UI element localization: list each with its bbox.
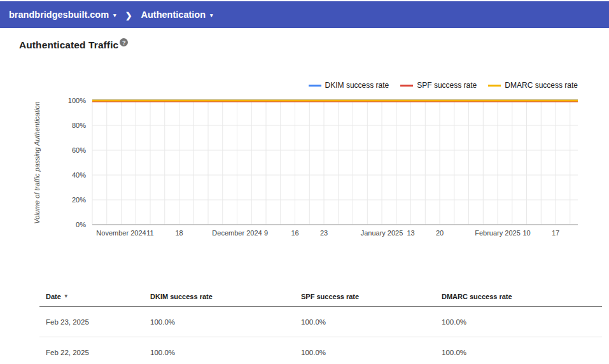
legend-label: SPF success rate xyxy=(417,81,477,90)
column-header-label: DKIM success rate xyxy=(150,293,213,300)
table-cell: 100.0% xyxy=(144,349,295,356)
sort-descending-icon: ▼ xyxy=(64,293,69,299)
column-header-dkim-success-rate[interactable]: DKIM success rate xyxy=(144,293,295,300)
svg-text:23: 23 xyxy=(320,229,328,237)
postmaster-page: brandbridgesbuilt.com ▾ ❯ Authentication… xyxy=(0,0,609,364)
column-header-date[interactable]: Date▼ xyxy=(39,293,144,300)
column-header-label: SPF success rate xyxy=(301,293,359,300)
table-cell: Feb 23, 2025 xyxy=(39,318,144,326)
svg-text:18: 18 xyxy=(175,229,183,237)
table-cell: 100.0% xyxy=(295,318,435,326)
table-body: Feb 23, 2025100.0%100.0%100.0%Feb 22, 20… xyxy=(39,307,602,364)
authentication-table: Date▼DKIM success rateSPF success rateDM… xyxy=(39,286,602,364)
svg-text:80%: 80% xyxy=(72,122,86,129)
title-row: Authenticated Traffic ? xyxy=(19,39,128,51)
column-header-dmarc-success-rate[interactable]: DMARC success rate xyxy=(435,293,602,300)
domain-selector-dropdown[interactable]: brandbridgesbuilt.com ▾ xyxy=(9,10,116,20)
legend-item: DMARC success rate xyxy=(488,81,578,90)
svg-text:11: 11 xyxy=(146,229,153,237)
svg-text:20%: 20% xyxy=(72,196,86,204)
table-row: Feb 23, 2025100.0%100.0%100.0% xyxy=(39,307,602,337)
column-header-label: Date xyxy=(46,293,61,300)
top-navbar: brandbridgesbuilt.com ▾ ❯ Authentication… xyxy=(0,1,609,28)
svg-text:20: 20 xyxy=(436,229,444,237)
section-selector-dropdown[interactable]: Authentication ▾ xyxy=(141,10,213,20)
page-title: Authenticated Traffic xyxy=(19,39,118,51)
chevron-right-icon: ❯ xyxy=(125,11,132,20)
table-cell: 100.0% xyxy=(144,318,295,326)
svg-text:10: 10 xyxy=(522,229,530,237)
svg-text:60%: 60% xyxy=(72,146,86,154)
section-selector-label: Authentication xyxy=(141,10,206,20)
svg-text:16: 16 xyxy=(291,229,298,237)
legend-label: DMARC success rate xyxy=(505,81,578,90)
domain-selector-label: brandbridgesbuilt.com xyxy=(9,10,109,20)
svg-text:9: 9 xyxy=(264,229,268,237)
svg-text:100%: 100% xyxy=(68,97,86,104)
chevron-down-icon: ▾ xyxy=(113,12,116,18)
svg-text:13: 13 xyxy=(407,229,414,237)
legend-item: SPF success rate xyxy=(400,81,477,90)
column-header-label: DMARC success rate xyxy=(442,293,512,300)
column-header-spf-success-rate[interactable]: SPF success rate xyxy=(295,293,435,300)
table-cell: Feb 22, 2025 xyxy=(39,349,144,356)
table-row: Feb 22, 2025100.0%100.0%100.0% xyxy=(39,337,602,364)
svg-text:17: 17 xyxy=(552,229,559,237)
legend-line-swatch xyxy=(400,85,413,87)
svg-text:December 2024: December 2024 xyxy=(212,229,262,237)
chart-legend: DKIM success rateSPF success rateDMARC s… xyxy=(309,81,578,90)
svg-text:0%: 0% xyxy=(76,221,86,228)
svg-text:January 2025: January 2025 xyxy=(361,229,403,237)
svg-text:November 2024: November 2024 xyxy=(96,229,146,237)
table-header-row: Date▼DKIM success rateSPF success rateDM… xyxy=(39,286,602,307)
svg-text:February 2025: February 2025 xyxy=(475,229,521,237)
help-icon[interactable]: ? xyxy=(120,38,128,46)
table-cell: 100.0% xyxy=(435,318,602,326)
legend-label: DKIM success rate xyxy=(325,81,389,90)
authenticated-traffic-chart: 100%80%60%40%20%0%November 20241118Decem… xyxy=(0,95,609,245)
legend-line-swatch xyxy=(488,85,501,87)
svg-text:40%: 40% xyxy=(72,171,86,179)
table-cell: 100.0% xyxy=(435,349,602,356)
legend-item: DKIM success rate xyxy=(309,81,389,90)
svg-text:Volume of traffic passing Auth: Volume of traffic passing Authentication xyxy=(33,101,41,223)
legend-line-swatch xyxy=(309,85,321,87)
table-cell: 100.0% xyxy=(295,349,435,356)
chevron-down-icon: ▾ xyxy=(210,12,213,18)
